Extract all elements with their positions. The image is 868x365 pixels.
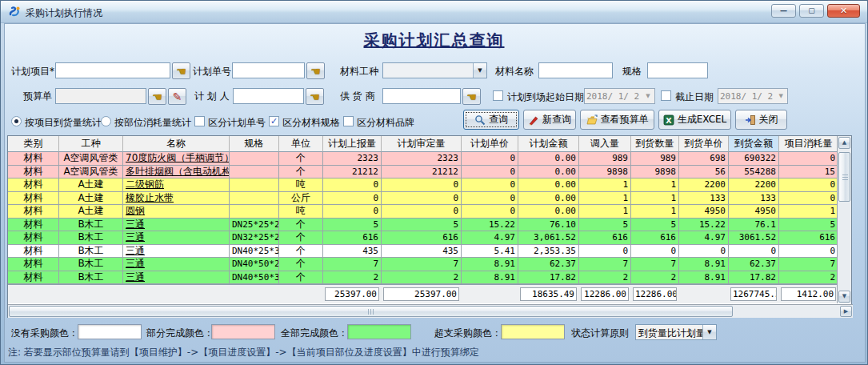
plan-no-input[interactable]: [232, 62, 305, 78]
table-cell: 17.82: [518, 271, 579, 284]
vertical-scrollbar[interactable]: ▲ ▼: [837, 136, 851, 303]
table-cell: 0: [779, 245, 838, 258]
status-rule-arrow-button[interactable]: ▼: [702, 325, 716, 339]
table-cell: 698: [679, 152, 729, 165]
column-header[interactable]: 项目消耗量: [779, 136, 838, 152]
budget-input[interactable]: [55, 88, 146, 104]
summary-value: 25397.00: [383, 287, 459, 301]
table-row[interactable]: 材料B木工三通DN25*25*25个5515.2276.105515.2276.…: [8, 219, 838, 232]
column-header[interactable]: 计划单价: [462, 136, 518, 152]
table-cell: 7: [631, 258, 679, 271]
scroll-down-button[interactable]: ▼: [838, 291, 850, 303]
table-cell: 0: [462, 178, 518, 191]
table-cell: 吨: [279, 178, 323, 191]
table-row[interactable]: 材料A土建圆钢吨0000.0011495049501: [8, 205, 838, 219]
no-purchase-color-swatch: [78, 324, 142, 339]
planner-picker-button[interactable]: ☚: [306, 88, 324, 105]
titlebar: 采购计划执行情况 — ▢ ✕: [1, 1, 867, 23]
column-header[interactable]: 规格: [230, 136, 279, 152]
excel-button[interactable]: X 生成EXCEL: [658, 110, 731, 130]
spec-input[interactable]: [647, 62, 708, 78]
horizontal-scrollbar[interactable]: ▶: [8, 304, 853, 318]
new-query-button[interactable]: 新查询: [523, 110, 576, 130]
table-row[interactable]: 材料B木工三通DN32*25*25个6166164.973,061.526166…: [8, 231, 838, 245]
table-cell: 8.91: [679, 258, 729, 271]
table-row[interactable]: 材料B木工三通DN40*50*32个228.9117.82228.9117.82…: [8, 271, 838, 285]
status-rule-select[interactable]: 到货量比计划量 ▼: [635, 324, 717, 340]
column-header[interactable]: 调入量: [579, 136, 631, 152]
material-type-select[interactable]: ▼: [382, 62, 487, 78]
end-date-datepicker[interactable]: 2018/ 1/ 2 ▼: [718, 88, 788, 104]
table-cell: B木工: [59, 231, 123, 244]
arrival-start-checkbox[interactable]: [493, 90, 503, 101]
minimize-button[interactable]: —: [771, 4, 796, 18]
close-form-button[interactable]: 关闭: [735, 110, 787, 130]
table-cell: 9898: [631, 166, 679, 178]
table-cell: [230, 178, 279, 191]
column-header[interactable]: 名称: [123, 136, 230, 152]
table-row[interactable]: 材料B木工三通DN40*25*32个4354355.412,353.350000…: [8, 245, 838, 259]
scroll-up-button[interactable]: ▲: [838, 137, 850, 149]
plan-project-picker-button[interactable]: ☚: [172, 62, 190, 79]
table-row[interactable]: 材料A空调风管类70度防火阀（手柄调节）个2323232300.00989989…: [8, 152, 838, 166]
close-button[interactable]: ✕: [827, 4, 860, 18]
table-cell: 616: [323, 231, 382, 244]
column-header[interactable]: 到货数量: [631, 136, 679, 152]
table-cell: 21212: [382, 166, 462, 178]
table-row[interactable]: 材料A土建二级钢筋吨0000.0011220022000: [8, 178, 838, 192]
arrival-start-datepicker[interactable]: 2018/ 1/ 2 ▼: [584, 88, 655, 104]
plan-project-input[interactable]: [55, 62, 170, 78]
table-cell: 0.00: [518, 152, 579, 165]
budget-clear-button[interactable]: ✎: [168, 88, 186, 105]
column-header[interactable]: 计划审定量: [382, 136, 462, 152]
split-plan-no-checkbox[interactable]: [194, 116, 205, 126]
vertical-scroll-thumb[interactable]: [838, 152, 850, 202]
table-cell: 2: [323, 271, 382, 284]
column-header[interactable]: 类别: [8, 136, 59, 152]
plan-no-picker-button[interactable]: ☚: [306, 62, 325, 79]
supplier-input[interactable]: [382, 88, 461, 104]
end-date-checkbox[interactable]: [661, 90, 671, 101]
table-cell: 材料: [8, 166, 59, 178]
by-part-radio[interactable]: [101, 116, 111, 126]
split-brand-checkbox[interactable]: [343, 116, 354, 126]
view-budget-button[interactable]: 查看预算单: [580, 110, 654, 130]
by-part-label: 按部位消耗量统计: [114, 117, 191, 128]
legend-partial-label: 部分完成颜色：: [146, 327, 214, 339]
table-cell: 989: [631, 152, 679, 165]
table-row[interactable]: 材料B木工三通DN40*50*25个778.9162.37778.9162.37…: [8, 258, 838, 271]
column-header[interactable]: 计划上报量: [323, 136, 382, 152]
window-title: 采购计划执行情况: [26, 6, 102, 20]
horizontal-scroll-thumb[interactable]: [9, 306, 733, 317]
planner-input[interactable]: [233, 88, 304, 104]
table-cell: B木工: [59, 245, 123, 258]
table-cell: 0.00: [518, 178, 579, 191]
column-header[interactable]: 到货金额: [729, 136, 779, 152]
material-type-arrow-button[interactable]: ▼: [473, 63, 486, 78]
arrival-start-date-arrow[interactable]: ▼: [642, 89, 654, 103]
table-cell: 2: [382, 271, 462, 284]
table-cell: 17.82: [729, 271, 779, 284]
scroll-right-button[interactable]: ▶: [840, 306, 852, 317]
table-row[interactable]: 材料A空调风管类多叶排烟阀（含电动机构个212122121200.0098989…: [8, 166, 838, 179]
budget-picker-button[interactable]: ☚: [148, 88, 166, 105]
column-header[interactable]: 到货单价: [679, 136, 729, 152]
table-cell: 70度防火阀（手柄调节）: [123, 152, 230, 165]
material-name-input[interactable]: [538, 62, 613, 78]
arrival-start-date-value: 2018/ 1/ 2: [585, 89, 642, 103]
column-header[interactable]: 计划金额: [518, 136, 579, 152]
split-brand-label: 区分材料品牌: [357, 117, 414, 128]
table-row[interactable]: 材料A土建橡胶止水带公斤0000.00111331330: [8, 192, 838, 206]
by-project-radio[interactable]: [11, 116, 22, 126]
split-spec-checkbox[interactable]: ✓: [269, 116, 279, 126]
supplier-picker-button[interactable]: ☚: [462, 88, 481, 105]
maximize-button[interactable]: ▢: [799, 4, 824, 18]
column-header[interactable]: 工种: [59, 136, 123, 152]
hand-pointer-icon: ☚: [466, 91, 477, 102]
query-button[interactable]: 查询: [463, 110, 519, 130]
column-header[interactable]: 单位: [279, 136, 323, 152]
plan-no-label: 计划单号: [193, 66, 231, 77]
table-cell: 554288: [729, 166, 779, 178]
table-cell: 个: [279, 258, 323, 271]
end-date-arrow[interactable]: ▼: [774, 89, 787, 103]
